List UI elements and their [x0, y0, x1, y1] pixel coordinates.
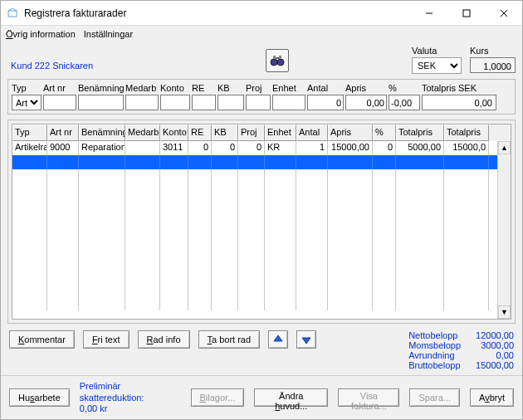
valuta-select[interactable]: SEK — [412, 57, 462, 74]
th-totalpris2[interactable]: Totalpris — [444, 125, 489, 141]
table-row-empty[interactable] — [12, 183, 497, 198]
table-row-empty[interactable] — [12, 226, 497, 240]
moms-value: 3000,00 — [476, 340, 514, 350]
kommentar-button[interactable]: Kommentar — [9, 330, 75, 349]
search-button[interactable] — [266, 49, 289, 72]
entry-kb-input[interactable] — [218, 95, 244, 110]
entry-hdr-benamning: Benämning — [78, 83, 124, 93]
avrundning-label: Avrundning — [408, 350, 461, 360]
entry-hdr-re: RE — [192, 83, 216, 93]
move-down-button[interactable] — [296, 330, 316, 349]
entry-medarb-input[interactable] — [125, 95, 159, 110]
cell-konto: 3011 — [160, 141, 188, 155]
th-typ[interactable]: Typ — [12, 125, 47, 141]
table-row-empty[interactable] — [12, 268, 497, 282]
entry-hdr-medarb: Medarb — [125, 83, 159, 93]
svg-rect-7 — [273, 56, 276, 59]
top-row: Kund 222 Snickaren Valuta SEK Kurs 1,000… — [1, 44, 522, 79]
netto-label: Nettobelopp — [408, 330, 461, 340]
table-row-empty[interactable] — [12, 240, 497, 254]
table-row-empty[interactable] — [12, 296, 497, 310]
binoculars-icon — [270, 55, 285, 66]
menu-ovrig-information[interactable]: Övrig information — [6, 29, 76, 39]
andra-huvud-button[interactable]: Ändra huvud... — [254, 388, 328, 407]
cell-kb: 0 — [212, 141, 238, 155]
bottom-bar: Husarbete Preliminär skattereduktion: 0,… — [1, 375, 522, 419]
maximize-button[interactable] — [447, 1, 485, 25]
th-proj[interactable]: Proj — [238, 125, 265, 141]
th-kb[interactable]: KB — [212, 125, 238, 141]
th-antal[interactable]: Antal — [296, 125, 328, 141]
th-medarb[interactable]: Medarb — [125, 125, 160, 141]
menu-installningar[interactable]: Inställningar — [84, 29, 133, 39]
cell-proj: 0 — [238, 141, 265, 155]
table-panel: Typ Art nr Benämning Medarb Konto RE KB … — [7, 120, 516, 324]
entry-hdr-pct: % — [389, 83, 420, 93]
spara-button[interactable]: Spara... — [409, 388, 460, 407]
visa-faktura-button[interactable]: Visa faktura... — [338, 388, 399, 407]
radinfo-button[interactable]: Rad info — [138, 330, 190, 349]
th-artnr[interactable]: Art nr — [47, 125, 79, 141]
entry-konto-input[interactable] — [160, 95, 190, 110]
table-row-empty[interactable] — [12, 169, 497, 183]
table-body: Artikelra9000Reparation3011000KR115000,0… — [12, 141, 497, 319]
th-re[interactable]: RE — [188, 125, 212, 141]
cell-proj — [238, 155, 265, 169]
entry-apris-input[interactable] — [345, 95, 387, 110]
cell-totalpris: 5000,00 — [396, 141, 444, 155]
th-pct[interactable]: % — [373, 125, 396, 141]
svg-point-5 — [271, 59, 277, 66]
table-row-empty[interactable] — [12, 282, 497, 296]
entry-hdr-kb: KB — [218, 83, 244, 93]
svg-marker-11 — [302, 338, 310, 344]
ta-bort-rad-button[interactable]: Ta bort rad — [198, 330, 261, 349]
entry-benamning-input[interactable] — [78, 95, 124, 110]
th-apris[interactable]: Apris — [328, 125, 373, 141]
scroll-down-icon[interactable]: ▼ — [498, 305, 511, 319]
entry-pct-input[interactable] — [389, 95, 420, 110]
vertical-scrollbar[interactable]: ▲ ▼ — [497, 141, 511, 319]
minimize-button[interactable] — [410, 1, 447, 25]
brutto-label: Bruttobelopp — [408, 360, 461, 370]
cell-totalpris2 — [444, 155, 489, 169]
entry-hdr-antal: Antal — [307, 83, 344, 93]
bilagor-button[interactable]: Bilagor... — [191, 388, 245, 407]
cell-totalpris — [396, 155, 444, 169]
table-row-empty[interactable] — [12, 254, 497, 268]
entry-re-input[interactable] — [192, 95, 216, 110]
cell-medarb — [125, 141, 160, 155]
cell-pct — [373, 155, 396, 169]
entry-totalpris-value: 0,00 — [422, 95, 496, 110]
menu-bar: Övrig information Inställningar — [1, 26, 522, 44]
cell-benamning — [79, 155, 125, 169]
th-enhet[interactable]: Enhet — [265, 125, 296, 141]
entry-enhet-input[interactable] — [272, 95, 305, 110]
window-title: Registrera fakturarader — [24, 7, 410, 19]
table-row-empty[interactable] — [12, 212, 497, 226]
table-row[interactable]: Artikelra9000Reparation3011000KR115000,0… — [12, 141, 497, 155]
husarbete-button[interactable]: Husarbete — [9, 388, 70, 407]
cell-totalpris2: 15000,0 — [444, 141, 489, 155]
scroll-up-icon[interactable]: ▲ — [498, 141, 511, 154]
cell-benamning: Reparation — [79, 141, 125, 155]
avbryt-button[interactable]: Avbryt — [470, 388, 514, 407]
entry-antal-input[interactable] — [307, 95, 344, 110]
svg-rect-2 — [463, 10, 470, 17]
moms-label: Momsbelopp — [408, 340, 461, 350]
th-benamning[interactable]: Benämning — [79, 125, 125, 141]
th-konto[interactable]: Konto — [160, 125, 188, 141]
fritext-button[interactable]: Fri text — [83, 330, 130, 349]
table-row[interactable] — [12, 155, 497, 169]
window: Registrera fakturarader Övrig informatio… — [0, 0, 523, 420]
move-up-button[interactable] — [268, 330, 288, 349]
entry-typ-select[interactable]: Arti — [12, 95, 42, 110]
entry-proj-input[interactable] — [246, 95, 271, 110]
entry-artnr-input[interactable] — [43, 95, 76, 110]
brutto-value: 15000,00 — [476, 360, 514, 370]
th-totalpris[interactable]: Totalpris — [396, 125, 444, 141]
close-button[interactable] — [485, 1, 522, 25]
customer-label: Kund 222 Snickaren — [7, 46, 93, 71]
table-row-empty[interactable] — [12, 198, 497, 212]
netto-value: 12000,00 — [476, 330, 514, 340]
svg-rect-0 — [8, 11, 17, 17]
